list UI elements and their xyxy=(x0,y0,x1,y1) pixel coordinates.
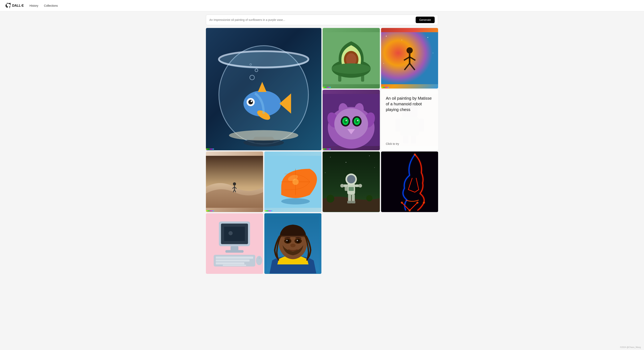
openai-logo-icon xyxy=(5,3,10,9)
svg-point-120 xyxy=(290,244,296,247)
click-to-try-label[interactable]: Click to try xyxy=(386,142,434,145)
logo-area: DALL·E xyxy=(5,3,24,9)
portrait-svg xyxy=(264,213,322,274)
svg-point-118 xyxy=(286,240,288,241)
prompt-text: An oil painting by Matisse of a humanoid… xyxy=(386,95,434,112)
footer-credit: ©2024 @Chaos_Wang xyxy=(620,346,641,348)
main-content: Generate xyxy=(203,11,441,282)
svg-point-72 xyxy=(369,155,370,156)
svg-rect-108 xyxy=(224,227,245,241)
avocado-svg xyxy=(322,28,380,89)
svg-point-74 xyxy=(325,172,326,173)
svg-point-5 xyxy=(229,130,298,140)
svg-point-88 xyxy=(358,184,362,187)
gallery-grid: An oil painting by Matisse of a humanoid… xyxy=(206,28,438,274)
svg-point-59 xyxy=(233,182,236,185)
gallery-item-fishbowl[interactable] xyxy=(206,28,322,150)
svg-point-66 xyxy=(281,198,310,204)
svg-rect-105 xyxy=(223,265,246,266)
svg-point-76 xyxy=(366,195,372,201)
orange-svg xyxy=(264,151,322,212)
gallery-item-robot-chess[interactable]: An oil painting by Matisse of a humanoid… xyxy=(381,90,438,150)
creature-svg xyxy=(322,90,380,150)
computer-svg xyxy=(206,213,263,274)
svg-rect-82 xyxy=(352,194,355,202)
gallery-item-avocado[interactable] xyxy=(322,28,380,89)
color-bar-fishbowl xyxy=(206,149,214,149)
color-bar-avocado xyxy=(322,87,331,88)
svg-point-93 xyxy=(401,202,403,204)
svg-point-24 xyxy=(386,36,386,37)
nav-collections[interactable]: Collections xyxy=(44,4,58,7)
gallery-item-galaxy[interactable] xyxy=(381,28,438,89)
astronaut-svg xyxy=(322,151,380,212)
svg-point-79 xyxy=(347,175,355,183)
galaxy-svg xyxy=(381,28,438,89)
svg-point-28 xyxy=(383,63,384,64)
svg-rect-81 xyxy=(348,194,351,202)
svg-rect-103 xyxy=(216,259,250,261)
svg-point-10 xyxy=(248,100,253,104)
svg-point-73 xyxy=(374,167,375,168)
svg-point-91 xyxy=(414,153,416,155)
svg-point-48 xyxy=(346,120,347,121)
color-bar-creature xyxy=(322,149,331,149)
svg-point-116 xyxy=(286,239,290,243)
navbar: DALL·E History Collections xyxy=(0,0,644,11)
svg-point-71 xyxy=(346,162,346,163)
svg-rect-84 xyxy=(351,201,355,203)
svg-point-41 xyxy=(334,108,368,139)
gallery-item-orange[interactable] xyxy=(264,151,322,212)
color-bar-galaxy xyxy=(381,87,389,88)
svg-point-119 xyxy=(296,240,298,241)
prompt-input[interactable] xyxy=(209,18,416,22)
neon-svg xyxy=(381,151,438,212)
svg-point-117 xyxy=(296,239,300,243)
svg-point-94 xyxy=(408,209,410,211)
gallery-item-creature[interactable] xyxy=(322,90,380,150)
brand-name: DALL·E xyxy=(12,4,24,8)
svg-rect-83 xyxy=(347,201,352,203)
svg-rect-102 xyxy=(216,257,253,259)
svg-point-109 xyxy=(228,231,233,235)
prompt-overlay: An oil painting by Matisse of a humanoid… xyxy=(381,90,438,150)
svg-rect-104 xyxy=(216,262,244,264)
svg-point-49 xyxy=(357,120,358,121)
gallery-item-desert[interactable] xyxy=(206,151,263,212)
search-bar: Generate xyxy=(206,15,438,25)
generate-button[interactable]: Generate xyxy=(416,17,435,23)
svg-rect-89 xyxy=(348,187,354,191)
gallery-item-neon[interactable] xyxy=(381,151,438,212)
gallery-item-computer[interactable] xyxy=(206,213,263,274)
svg-rect-90 xyxy=(381,152,438,212)
svg-point-29 xyxy=(406,47,412,54)
fishbowl-svg xyxy=(206,28,322,150)
svg-point-27 xyxy=(433,53,433,53)
svg-rect-100 xyxy=(225,250,244,253)
svg-point-75 xyxy=(326,195,334,203)
svg-point-22 xyxy=(332,63,371,74)
svg-point-87 xyxy=(340,184,344,187)
desert-svg xyxy=(206,151,263,212)
svg-point-70 xyxy=(330,157,331,157)
gallery-item-portrait[interactable] xyxy=(264,213,322,274)
nav-history[interactable]: History xyxy=(30,4,38,7)
svg-point-26 xyxy=(428,37,428,38)
svg-point-11 xyxy=(250,100,252,102)
svg-point-95 xyxy=(416,202,418,204)
gallery-item-astronaut[interactable] xyxy=(322,151,380,212)
svg-point-92 xyxy=(423,202,425,204)
svg-point-25 xyxy=(402,40,402,40)
color-bar-orange xyxy=(264,211,272,211)
color-bar-desert xyxy=(206,211,214,211)
